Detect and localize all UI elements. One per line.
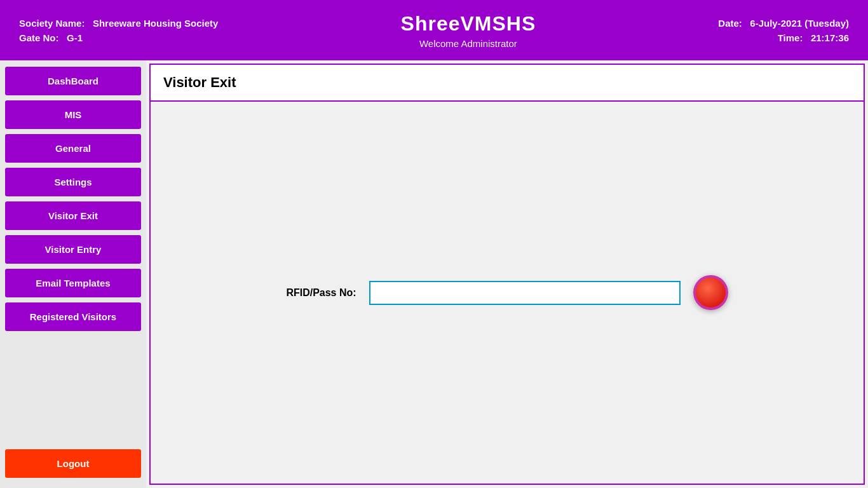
date-line: Date: 6-July-2021 (Tuesday) xyxy=(718,18,849,29)
content-body: RFID/Pass No: xyxy=(151,102,864,484)
sidebar-item-general[interactable]: General xyxy=(5,134,141,163)
header: Society Name: Shreeware Housing Society … xyxy=(0,0,868,60)
page-title: Visitor Exit xyxy=(163,74,851,91)
sidebar-item-visitor-exit[interactable]: Visitor Exit xyxy=(5,201,141,230)
form-area: RFID/Pass No: xyxy=(163,275,851,310)
sidebar-spacer xyxy=(5,336,141,449)
header-left: Society Name: Shreeware Housing Society … xyxy=(19,18,218,43)
sidebar-item-settings[interactable]: Settings xyxy=(5,168,141,196)
sidebar-item-mis[interactable]: MIS xyxy=(5,100,141,129)
record-button[interactable] xyxy=(693,275,728,310)
content-area: Visitor Exit RFID/Pass No: xyxy=(149,64,865,485)
rfid-label: RFID/Pass No: xyxy=(286,287,356,299)
header-right: Date: 6-July-2021 (Tuesday) Time: 21:17:… xyxy=(718,18,849,43)
logout-button[interactable]: Logout xyxy=(5,449,141,478)
welcome-text: Welcome Administrator xyxy=(401,38,536,49)
sidebar-item-visitor-entry[interactable]: Visitor Entry xyxy=(5,235,141,264)
gate-no: Gate No: G-1 xyxy=(19,32,218,43)
sidebar-item-email-templates[interactable]: Email Templates xyxy=(5,269,141,297)
app-title: ShreeVMSHS xyxy=(401,12,536,36)
rfid-input[interactable] xyxy=(369,281,681,305)
sidebar-item-registered-visitors[interactable]: Registered Visitors xyxy=(5,302,141,331)
sidebar: DashBoard MIS General Settings Visitor E… xyxy=(0,60,146,488)
time-line: Time: 21:17:36 xyxy=(718,32,849,43)
content-header: Visitor Exit xyxy=(151,65,864,102)
society-name: Society Name: Shreeware Housing Society xyxy=(19,18,218,29)
sidebar-item-dashboard[interactable]: DashBoard xyxy=(5,67,141,95)
main-layout: DashBoard MIS General Settings Visitor E… xyxy=(0,60,868,488)
header-center: ShreeVMSHS Welcome Administrator xyxy=(401,12,536,49)
